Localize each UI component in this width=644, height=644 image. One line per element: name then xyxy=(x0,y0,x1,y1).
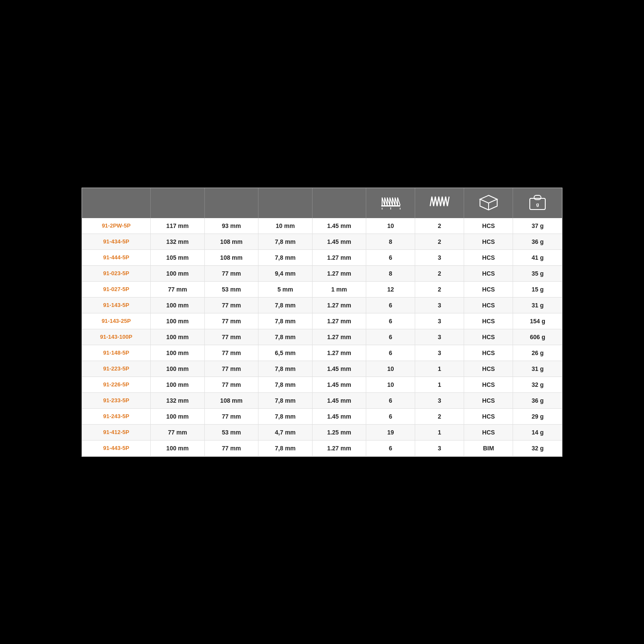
data-cell: 32 g xyxy=(513,377,562,392)
header-weight-icon: g xyxy=(513,188,562,218)
box-icon xyxy=(478,193,499,210)
header-b xyxy=(204,188,258,218)
data-cell: 6 xyxy=(366,440,415,456)
data-cell: 8 xyxy=(366,234,415,249)
data-cell: 7,8 mm xyxy=(258,377,312,392)
table-row: 91-143-100P100 mm77 mm7,8 mm1.27 mm63HCS… xyxy=(82,329,562,345)
data-cell: 154 g xyxy=(513,313,562,329)
data-cell: 3 xyxy=(415,329,464,345)
data-cell: 3 xyxy=(415,313,464,329)
data-cell: 1.45 mm xyxy=(312,377,366,392)
table-row: 91-023-5P100 mm77 mm9,4 mm1.27 mm82HCS35… xyxy=(82,265,562,281)
data-cell: 53 mm xyxy=(204,424,258,440)
svg-rect-0 xyxy=(381,205,400,207)
data-cell: 93 mm xyxy=(204,218,258,234)
data-cell: 132 mm xyxy=(151,392,204,408)
product-id-cell: 91-243-5P xyxy=(82,408,151,424)
product-id-cell: 91-444-5P xyxy=(82,249,151,265)
product-table: g 91-2PW-5P117 mm93 mm10 mm1.45 mm102HCS… xyxy=(82,188,562,456)
data-cell: 1.25 mm xyxy=(312,424,366,440)
data-cell: 10 xyxy=(366,218,415,234)
data-cell: 100 mm xyxy=(151,329,204,345)
data-cell: 100 mm xyxy=(151,297,204,313)
data-cell: 2 xyxy=(415,234,464,249)
data-cell: HCS xyxy=(464,281,513,297)
data-cell: 77 mm xyxy=(204,345,258,361)
data-cell: 1.45 mm xyxy=(312,218,366,234)
header-product xyxy=(82,188,151,218)
product-id-cell: 91-223-5P xyxy=(82,361,151,377)
data-cell: HCS xyxy=(464,265,513,281)
data-cell: 6 xyxy=(366,297,415,313)
data-cell: 7,8 mm xyxy=(258,297,312,313)
data-cell: 606 g xyxy=(513,329,562,345)
data-cell: 3 xyxy=(415,440,464,456)
data-cell: 1 xyxy=(415,424,464,440)
data-cell: 2 xyxy=(415,265,464,281)
data-cell: HCS xyxy=(464,218,513,234)
data-cell: HCS xyxy=(464,377,513,392)
table-row: 91-444-5P105 mm108 mm7,8 mm1.27 mm63HCS4… xyxy=(82,249,562,265)
data-cell: 1.27 mm xyxy=(312,440,366,456)
data-cell: 1 mm xyxy=(312,281,366,297)
data-cell: HCS xyxy=(464,424,513,440)
data-cell: 6 xyxy=(366,408,415,424)
data-cell: 100 mm xyxy=(151,313,204,329)
data-cell: 6,5 mm xyxy=(258,345,312,361)
data-cell: HCS xyxy=(464,234,513,249)
table-row: 91-143-25P100 mm77 mm7,8 mm1.27 mm63HCS1… xyxy=(82,313,562,329)
data-cell: 1.45 mm xyxy=(312,234,366,249)
data-cell: 1.27 mm xyxy=(312,297,366,313)
data-cell: 7,8 mm xyxy=(258,392,312,408)
data-cell: 1 xyxy=(415,377,464,392)
data-cell: 3 xyxy=(415,345,464,361)
product-id-cell: 91-143-5P xyxy=(82,297,151,313)
data-cell: 77 mm xyxy=(204,313,258,329)
data-cell: 1 xyxy=(415,361,464,377)
product-id-cell: 91-143-100P xyxy=(82,329,151,345)
data-cell: 8 xyxy=(366,265,415,281)
teeth-icon xyxy=(380,193,401,210)
header-box-icon xyxy=(464,188,513,218)
data-cell: 77 mm xyxy=(204,440,258,456)
data-cell: 3 xyxy=(415,297,464,313)
data-cell: 36 g xyxy=(513,392,562,408)
data-cell: 4,7 mm xyxy=(258,424,312,440)
data-cell: 2 xyxy=(415,281,464,297)
data-cell: 132 mm xyxy=(151,234,204,249)
product-id-cell: 91-434-5P xyxy=(82,234,151,249)
table-row: 91-412-5P77 mm53 mm4,7 mm1.25 mm191HCS14… xyxy=(82,424,562,440)
data-cell: 77 mm xyxy=(151,424,204,440)
table-header-row: g xyxy=(82,188,562,218)
data-cell: 1.27 mm xyxy=(312,265,366,281)
data-cell: 12 xyxy=(366,281,415,297)
data-cell: 77 mm xyxy=(204,329,258,345)
table-row: 91-243-5P100 mm77 mm7,8 mm1.45 mm62HCS29… xyxy=(82,408,562,424)
data-cell: 1.45 mm xyxy=(312,408,366,424)
data-cell: 19 xyxy=(366,424,415,440)
product-id-cell: 91-233-5P xyxy=(82,392,151,408)
data-cell: HCS xyxy=(464,313,513,329)
data-cell: 14 g xyxy=(513,424,562,440)
data-cell: 77 mm xyxy=(204,297,258,313)
data-cell: 7,8 mm xyxy=(258,313,312,329)
data-cell: 108 mm xyxy=(204,249,258,265)
data-cell: 3 xyxy=(415,249,464,265)
table-row: 91-226-5P100 mm77 mm7,8 mm1.45 mm101HCS3… xyxy=(82,377,562,392)
data-cell: 37 g xyxy=(513,218,562,234)
data-cell: 6 xyxy=(366,345,415,361)
data-cell: HCS xyxy=(464,329,513,345)
data-cell: 7,8 mm xyxy=(258,249,312,265)
data-cell: 7,8 mm xyxy=(258,329,312,345)
data-cell: HCS xyxy=(464,392,513,408)
table-body: 91-2PW-5P117 mm93 mm10 mm1.45 mm102HCS37… xyxy=(82,218,562,456)
weight-icon: g xyxy=(527,193,548,210)
data-cell: 7,8 mm xyxy=(258,408,312,424)
data-cell: 7,8 mm xyxy=(258,234,312,249)
svg-text:g: g xyxy=(536,202,539,207)
product-id-cell: 91-148-5P xyxy=(82,345,151,361)
data-cell: BIM xyxy=(464,440,513,456)
data-cell: 35 g xyxy=(513,265,562,281)
data-cell: 1.45 mm xyxy=(312,361,366,377)
data-cell: 77 mm xyxy=(151,281,204,297)
